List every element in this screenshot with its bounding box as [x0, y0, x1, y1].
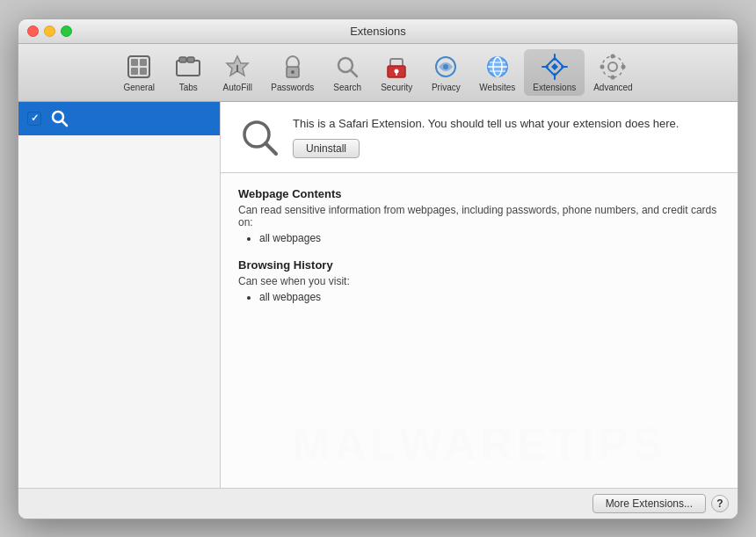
- toolbar-item-advanced[interactable]: Advanced: [585, 49, 641, 96]
- maximize-button[interactable]: [61, 25, 72, 37]
- toolbar-item-security[interactable]: Security: [372, 49, 421, 96]
- svg-point-11: [291, 70, 294, 74]
- extensions-icon: [541, 53, 569, 81]
- svg-point-19: [443, 64, 448, 69]
- sidebar-item-search-ext[interactable]: [18, 102, 220, 135]
- svg-rect-4: [140, 68, 147, 75]
- permission-section-history: Browsing History Can see when you visit:…: [238, 258, 720, 303]
- tabs-icon: [174, 53, 202, 81]
- permission-section-webpage: Webpage Contents Can read sensitive info…: [238, 187, 720, 244]
- webpage-contents-desc: Can read sensitive information from webp…: [238, 204, 720, 229]
- privacy-icon: [432, 53, 460, 81]
- close-button[interactable]: [27, 25, 39, 37]
- autofill-label: AutoFill: [223, 83, 252, 92]
- extension-enabled-checkbox[interactable]: [27, 112, 41, 126]
- passwords-icon: [279, 53, 307, 81]
- extension-description: This is a Safari Extension. You should t…: [293, 116, 720, 132]
- svg-point-16: [395, 69, 399, 73]
- toolbar-item-websites[interactable]: Websites: [470, 49, 524, 96]
- extension-search-icon: [48, 107, 71, 130]
- more-extensions-button[interactable]: More Extensions...: [592, 494, 706, 513]
- toolbar-item-general[interactable]: General: [114, 49, 164, 96]
- general-label: General: [124, 83, 156, 92]
- websites-icon: [483, 53, 512, 81]
- security-label: Security: [381, 83, 412, 92]
- browsing-history-desc: Can see when you visit:: [238, 275, 720, 287]
- svg-rect-6: [179, 57, 186, 62]
- search-label: Search: [333, 83, 361, 92]
- svg-point-33: [600, 64, 605, 69]
- toolbar-item-privacy[interactable]: Privacy: [421, 49, 470, 96]
- svg-point-34: [622, 64, 626, 69]
- safari-preferences-window: Extensions General: [18, 18, 738, 519]
- webpage-contents-title: Webpage Contents: [238, 187, 720, 200]
- tabs-label: Tabs: [179, 83, 198, 92]
- extensions-label: Extensions: [533, 83, 576, 92]
- svg-rect-7: [187, 57, 194, 62]
- privacy-label: Privacy: [432, 83, 461, 92]
- uninstall-button[interactable]: Uninstall: [293, 139, 360, 158]
- window-title: Extensions: [350, 25, 406, 38]
- browsing-history-item: all webpages: [259, 291, 720, 303]
- extension-detail-header: This is a Safari Extension. You should t…: [221, 102, 738, 173]
- advanced-icon: [599, 53, 627, 81]
- extension-info: This is a Safari Extension. You should t…: [293, 116, 720, 158]
- extensions-sidebar: [18, 102, 221, 488]
- content-area: MALWARETIPS This is a Safari Extension. …: [18, 102, 738, 488]
- toolbar-item-passwords[interactable]: Passwords: [262, 49, 323, 96]
- minimize-button[interactable]: [44, 25, 55, 37]
- svg-line-36: [62, 120, 68, 126]
- svg-rect-2: [140, 59, 147, 66]
- webpage-contents-list: all webpages: [259, 232, 720, 244]
- websites-label: Websites: [479, 83, 515, 92]
- traffic-lights: [27, 25, 72, 37]
- security-icon: [382, 53, 411, 81]
- svg-rect-1: [131, 59, 138, 66]
- general-icon: [125, 53, 153, 81]
- svg-line-13: [351, 70, 357, 76]
- svg-point-31: [611, 54, 615, 58]
- svg-point-32: [611, 75, 615, 79]
- advanced-label: Advanced: [593, 83, 632, 92]
- svg-point-30: [602, 56, 623, 77]
- passwords-label: Passwords: [271, 83, 314, 92]
- toolbar-item-tabs[interactable]: Tabs: [164, 49, 213, 96]
- browsing-history-title: Browsing History: [238, 258, 720, 272]
- toolbar-item-search[interactable]: Search: [323, 49, 372, 96]
- svg-rect-3: [131, 68, 138, 75]
- main-panel: MALWARETIPS This is a Safari Extension. …: [221, 102, 738, 488]
- help-button[interactable]: ?: [711, 495, 729, 512]
- autofill-icon: [223, 53, 251, 81]
- extension-large-icon: [238, 116, 280, 158]
- toolbar-item-autofill[interactable]: AutoFill: [213, 49, 262, 96]
- toolbar-item-extensions[interactable]: Extensions: [524, 49, 585, 96]
- browsing-history-list: all webpages: [259, 291, 720, 303]
- svg-point-29: [608, 62, 617, 71]
- search-toolbar-icon: [333, 53, 361, 81]
- footer: More Extensions... ?: [18, 488, 738, 519]
- svg-line-38: [265, 143, 276, 154]
- toolbar: General Tabs AutoFill: [18, 44, 738, 102]
- permissions-panel: Webpage Contents Can read sensitive info…: [221, 173, 738, 488]
- titlebar: Extensions: [18, 19, 738, 44]
- webpage-contents-item: all webpages: [259, 232, 720, 244]
